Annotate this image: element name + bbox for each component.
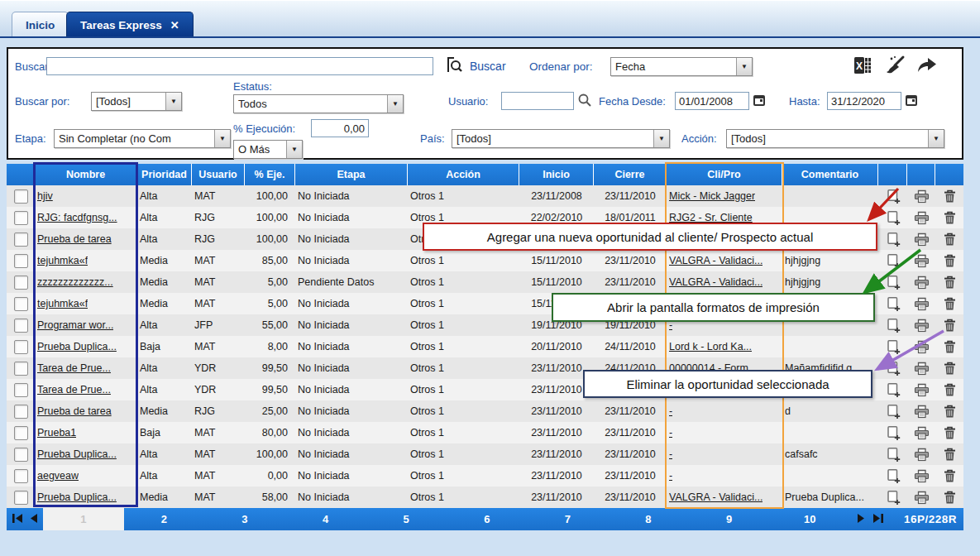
search-input[interactable] <box>46 57 433 75</box>
page-4[interactable]: 4 <box>285 508 366 530</box>
print-icon[interactable] <box>907 486 935 508</box>
tab-inicio[interactable]: Inicio <box>12 12 69 37</box>
print-icon[interactable] <box>907 357 935 379</box>
print-icon[interactable] <box>907 336 935 357</box>
delete-icon[interactable] <box>935 228 963 250</box>
chevron-down-icon[interactable]: ▼ <box>928 130 944 147</box>
chevron-down-icon[interactable]: ▼ <box>387 95 403 113</box>
fecha-desde-input[interactable] <box>675 92 749 110</box>
page-2[interactable]: 2 <box>124 508 205 530</box>
row-checkbox[interactable] <box>14 319 28 333</box>
delete-icon[interactable] <box>935 443 963 465</box>
add-opportunity-icon[interactable] <box>878 207 907 228</box>
first-page-icon[interactable] <box>12 512 24 527</box>
page-5[interactable]: 5 <box>366 508 447 530</box>
delete-icon[interactable] <box>935 357 963 379</box>
col-header-inicio[interactable]: Inicio <box>519 164 594 185</box>
add-opportunity-icon[interactable] <box>878 185 907 207</box>
delete-icon[interactable] <box>935 379 963 400</box>
buscar-por-select[interactable]: [Todos] ▼ <box>91 92 182 111</box>
hasta-input[interactable] <box>827 92 901 110</box>
task-name-link[interactable]: tejuhmka«f <box>37 298 88 309</box>
page-3[interactable]: 3 <box>204 508 285 530</box>
delete-icon[interactable] <box>935 314 963 336</box>
delete-icon[interactable] <box>935 271 963 293</box>
hasta-calendar-icon[interactable] <box>904 93 919 111</box>
etapa-select[interactable]: Sin Completar (no Com ▼ <box>54 129 231 148</box>
page-6[interactable]: 6 <box>447 508 528 530</box>
forward-icon[interactable] <box>915 55 939 79</box>
page-9[interactable]: 9 <box>689 508 770 530</box>
clipro-link[interactable]: VALGRA - Validaci... <box>669 491 762 503</box>
task-name-link[interactable]: Prueba1 <box>37 427 76 439</box>
row-checkbox[interactable] <box>14 211 28 225</box>
delete-icon[interactable] <box>935 185 963 207</box>
clipro-link[interactable]: VALGRA - Validaci... <box>669 255 762 266</box>
task-name-link[interactable]: Tarea de Prue... <box>37 362 111 374</box>
task-name-link[interactable]: Prueba Duplica... <box>37 341 117 352</box>
last-page-icon[interactable] <box>872 512 884 527</box>
print-icon[interactable] <box>907 185 935 207</box>
chevron-down-icon[interactable]: ▼ <box>165 93 181 110</box>
add-opportunity-icon[interactable] <box>878 486 907 508</box>
clipro-link[interactable]: - <box>669 470 672 482</box>
row-checkbox[interactable] <box>14 491 28 505</box>
row-checkbox[interactable] <box>14 254 28 268</box>
row-checkbox[interactable] <box>14 448 28 462</box>
add-opportunity-icon[interactable] <box>878 357 907 379</box>
page-1[interactable]: 1 <box>43 508 124 530</box>
clipro-link[interactable]: VALGRA - Validaci... <box>669 276 762 288</box>
print-icon[interactable] <box>907 207 935 228</box>
page-10[interactable]: 10 <box>769 508 850 530</box>
chevron-down-icon[interactable]: ▼ <box>286 141 302 158</box>
ejecucion-input[interactable] <box>311 119 369 137</box>
col-header-comentario[interactable]: Comentario <box>782 164 878 185</box>
print-icon[interactable] <box>907 228 935 250</box>
col-header-prioridad[interactable]: Prioridad <box>137 164 192 185</box>
row-checkbox[interactable] <box>14 232 28 247</box>
task-name-link[interactable]: RJG: facdfgnsg... <box>37 212 117 223</box>
task-name-link[interactable]: Tarea de Prue... <box>37 384 111 395</box>
delete-icon[interactable] <box>935 207 963 228</box>
col-header-clipro[interactable]: Cli/Pro <box>667 164 782 185</box>
pais-select[interactable]: [Todos] ▼ <box>452 129 670 148</box>
task-name-link[interactable]: hjiv <box>37 190 53 202</box>
task-name-link[interactable]: Prueba de tarea <box>37 233 112 245</box>
chevron-down-icon[interactable]: ▼ <box>736 58 752 75</box>
task-name-link[interactable]: zzzzzzzzzzzzz... <box>37 276 113 288</box>
row-checkbox[interactable] <box>14 297 28 311</box>
row-checkbox[interactable] <box>14 469 28 483</box>
row-checkbox[interactable] <box>14 276 28 290</box>
print-icon[interactable] <box>907 271 935 293</box>
tab-tareas-express[interactable]: Tareas Express ✕ <box>66 12 194 37</box>
row-checkbox[interactable] <box>14 189 28 204</box>
row-checkbox[interactable] <box>14 362 28 376</box>
buscar-button[interactable]: Buscar <box>470 60 506 73</box>
o-mas-select[interactable]: O Más ▼ <box>233 140 303 159</box>
col-header-usuario[interactable]: Usuario <box>192 164 245 185</box>
delete-icon[interactable] <box>935 293 963 314</box>
clipro-link[interactable]: Lord k - Lord Ka... <box>669 341 752 352</box>
clipro-link[interactable]: - <box>669 405 672 417</box>
print-icon[interactable] <box>907 379 935 400</box>
add-opportunity-icon[interactable] <box>878 400 907 422</box>
print-icon[interactable] <box>907 400 935 422</box>
print-icon[interactable] <box>907 422 935 443</box>
print-icon[interactable] <box>907 443 935 465</box>
print-icon[interactable] <box>907 250 935 271</box>
add-opportunity-icon[interactable] <box>878 379 907 400</box>
task-name-link[interactable]: Prueba Duplica... <box>37 448 117 460</box>
page-7[interactable]: 7 <box>528 508 609 530</box>
add-opportunity-icon[interactable] <box>878 314 907 336</box>
chevron-down-icon[interactable]: ▼ <box>214 130 230 147</box>
delete-icon[interactable] <box>935 336 963 357</box>
col-header-etapa[interactable]: Etapa <box>295 164 408 185</box>
delete-icon[interactable] <box>935 400 963 422</box>
task-name-link[interactable]: Prueba Duplica... <box>37 491 117 503</box>
col-header-eje[interactable]: % Eje. <box>245 164 295 185</box>
add-opportunity-icon[interactable] <box>878 465 907 486</box>
add-opportunity-icon[interactable] <box>878 250 907 271</box>
task-name-link[interactable]: aegveaw <box>37 470 79 482</box>
row-checkbox[interactable] <box>14 340 28 354</box>
next-page-icon[interactable] <box>857 512 866 527</box>
